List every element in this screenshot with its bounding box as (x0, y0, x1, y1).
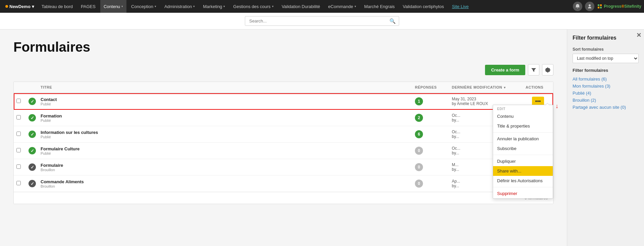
row-responses-cell: 6 (412, 127, 449, 142)
nav-item-administration[interactable]: Administration ▾ (161, 0, 198, 13)
brand-logo[interactable]: NewDemo ▾ (3, 4, 37, 9)
dropdown-item-dupliquer[interactable]: Dupliquer (493, 156, 553, 166)
row-checkbox-cell (14, 95, 26, 107)
nav-item-site-live[interactable]: Site Live (448, 0, 472, 13)
row-status-cell: ✓ (26, 144, 38, 158)
row-title-cell: Information sur les cultures Publié (38, 127, 412, 142)
row-checkbox-cell (14, 178, 26, 190)
row-checkbox-cell (14, 161, 26, 173)
filter-publie[interactable]: Publié (4) (573, 90, 639, 97)
filter-partage[interactable]: Partagé avec aucun site (0) (573, 104, 639, 111)
nav-item-pages[interactable]: PAGES (77, 0, 99, 13)
panel-close-button[interactable]: ✕ (636, 32, 641, 39)
nav-item-tableau[interactable]: Tableau de bord (38, 0, 76, 13)
right-panel: ✕ Filter formulaires Sort formulaires La… (567, 30, 644, 246)
status-published-icon: ✓ (29, 114, 36, 121)
dropdown-item-share[interactable]: Share with... (493, 166, 553, 176)
nav-label: Administration (164, 4, 192, 9)
top-navigation: NewDemo ▾ Tableau de bord PAGES Contenu … (0, 0, 644, 13)
row-checkbox[interactable] (16, 132, 21, 136)
status-published-icon: ✓ (29, 147, 36, 154)
main-wrap: Formulaires Create a form TITRE RÉPONSES (0, 30, 644, 246)
dropdown-item-title-properties[interactable]: Title & properties (493, 121, 553, 131)
sort-select[interactable]: Last modified on top Title A-Z Title Z-A… (573, 54, 639, 63)
row-status-cell: ✓ (26, 111, 38, 125)
user-icon (587, 4, 592, 9)
form-name: Formulaire (41, 163, 410, 168)
row-title-cell: Commande Aliments Brouillon (38, 176, 412, 192)
dropdown-section-edit: EDIT (493, 105, 553, 111)
nav-label: Marketing (203, 4, 222, 9)
row-title-cell: Formulaire Brouillon (38, 159, 412, 175)
search-bar-row: 🔍 (0, 13, 644, 30)
form-status: Publié (41, 135, 410, 139)
row-checkbox[interactable] (16, 148, 21, 152)
col-title: TITRE (38, 84, 412, 91)
filter-section-title: Filter formulaires (573, 68, 639, 73)
svg-rect-3 (600, 7, 602, 8)
row-responses-cell: 0 (412, 143, 449, 158)
notifications-button[interactable] (573, 2, 582, 11)
user-profile-button[interactable] (585, 2, 594, 11)
dropdown-item-subscribe[interactable]: Subscribe (493, 144, 553, 153)
create-form-button[interactable]: Create a form (485, 65, 525, 75)
responses-badge: 2 (415, 114, 423, 122)
row-responses-cell: 0 (412, 176, 449, 191)
nav-caret: ▾ (121, 5, 123, 8)
nav-item-conception[interactable]: Conception ▾ (128, 0, 160, 13)
nav-item-validation-dur[interactable]: Validation Durabilité (278, 0, 324, 13)
table-row: ✓ Formulaire Culture Publié 0 Oc... by..… (14, 143, 553, 159)
row-checkbox[interactable] (16, 181, 21, 185)
dropdown-item-supprimer[interactable]: Supprimer (493, 189, 553, 198)
brand-dot (5, 5, 8, 8)
col-modified[interactable]: DERNIÈRE MODIFICATION (449, 84, 523, 91)
search-input[interactable] (245, 16, 399, 26)
form-name: Formation (41, 113, 410, 118)
dropdown-item-contenu[interactable]: Contenu (493, 111, 553, 121)
gear-icon (545, 67, 550, 72)
dropdown-arrow-inner (546, 103, 549, 105)
settings-button[interactable] (542, 64, 553, 76)
responses-badge: 0 (415, 163, 423, 171)
col-status (26, 86, 38, 89)
filter-all[interactable]: All formulaires (6) (573, 76, 639, 83)
progress-icon (597, 4, 602, 9)
form-name: Commande Aliments (41, 179, 410, 184)
dropdown-item-autorisations[interactable]: Définir les Autorisations (493, 176, 553, 186)
form-name: Contact (41, 97, 410, 102)
nav-item-marche[interactable]: Marché Engrais (361, 0, 398, 13)
filter-mon[interactable]: Mon formulaires (3) (573, 83, 639, 90)
table-header: TITRE RÉPONSES DERNIÈRE MODIFICATION ACT… (14, 82, 553, 93)
row-checkbox[interactable] (16, 164, 21, 169)
filter-brouillon[interactable]: Brouillon (2) (573, 97, 639, 104)
status-draft-icon: ✓ (29, 163, 36, 171)
topnav-right: Progress®Sitefinity (573, 2, 641, 11)
nav-item-ecommande[interactable]: eCommande ▾ (325, 0, 359, 13)
dropdown-item-annuler[interactable]: Annuler la publication (493, 134, 553, 144)
table-row: ✓ Contact Publié 1 May 31, 2023 by Améli… (14, 93, 553, 110)
nav-item-marketing[interactable]: Marketing ▾ (200, 0, 228, 13)
nav-label: Tableau de bord (42, 4, 73, 9)
svg-rect-0 (598, 4, 599, 6)
search-icon[interactable]: 🔍 (389, 18, 396, 24)
dropdown-divider-2 (493, 155, 553, 155)
col-responses: RÉPONSES (412, 84, 449, 91)
site-live-link: Site Live (452, 4, 469, 9)
table-row: ✓ Formation Publié 2 Oc... by... (14, 110, 553, 126)
nav-item-gestions[interactable]: Gestions des cours ▾ (230, 0, 277, 13)
modified-date: May 31, 2023 (452, 97, 520, 101)
filter-button[interactable] (528, 64, 539, 76)
filter-icon (531, 67, 536, 72)
dropdown-divider-3 (493, 187, 553, 187)
row-status-cell: ✓ (26, 177, 38, 191)
dropdown-divider (493, 132, 553, 133)
svg-rect-2 (598, 7, 599, 8)
nav-item-validation-cert[interactable]: Validation certiphytos (399, 0, 447, 13)
form-status: Brouillon (41, 184, 410, 188)
row-title-cell: Contact Publié (38, 94, 412, 109)
table-row: ✓ Commande Aliments Brouillon 0 Ap... by… (14, 176, 553, 192)
nav-item-contenu[interactable]: Contenu ▾ (100, 0, 126, 13)
row-checkbox[interactable] (16, 99, 21, 103)
brand-caret: ▾ (32, 4, 34, 9)
row-checkbox[interactable] (16, 115, 21, 119)
